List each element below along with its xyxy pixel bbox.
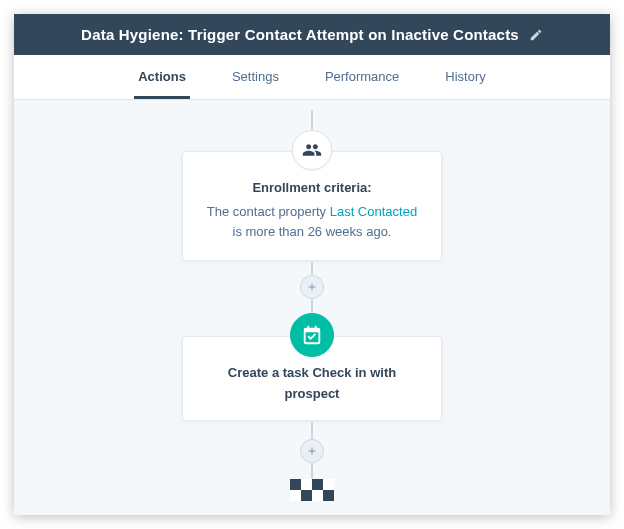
tab-performance[interactable]: Performance bbox=[321, 55, 403, 99]
connector bbox=[311, 110, 313, 130]
enrollment-property-link[interactable]: Last Contacted bbox=[330, 204, 417, 219]
enrollment-heading: Enrollment criteria: bbox=[201, 178, 423, 198]
workflow-editor-panel: Data Hygiene: Trigger Contact Attempt on… bbox=[14, 14, 610, 515]
enrollment-body-suffix: is more than 26 weeks ago. bbox=[233, 224, 392, 239]
enrollment-body: The contact property Last Contacted is m… bbox=[207, 204, 417, 239]
title-bar: Data Hygiene: Trigger Contact Attempt on… bbox=[14, 14, 610, 55]
enrollment-body-prefix: The contact property bbox=[207, 204, 330, 219]
connector bbox=[311, 463, 313, 479]
task-action-heading: Create a task Check in with prospect bbox=[201, 363, 423, 403]
tab-bar: Actions Settings Performance History bbox=[14, 55, 610, 100]
contacts-icon bbox=[292, 130, 332, 170]
tab-settings[interactable]: Settings bbox=[228, 55, 283, 99]
workflow-flow: Enrollment criteria: The contact propert… bbox=[182, 110, 442, 501]
connector bbox=[311, 421, 313, 439]
workflow-title: Data Hygiene: Trigger Contact Attempt on… bbox=[81, 26, 519, 43]
workflow-end-icon bbox=[290, 479, 334, 501]
add-step-button[interactable] bbox=[300, 439, 324, 463]
edit-title-icon[interactable] bbox=[529, 28, 543, 42]
connector bbox=[311, 261, 313, 275]
workflow-canvas[interactable]: Enrollment criteria: The contact propert… bbox=[14, 100, 610, 515]
tab-history[interactable]: History bbox=[441, 55, 489, 99]
add-step-button[interactable] bbox=[300, 275, 324, 299]
connector bbox=[311, 299, 313, 313]
tab-actions[interactable]: Actions bbox=[134, 55, 190, 99]
